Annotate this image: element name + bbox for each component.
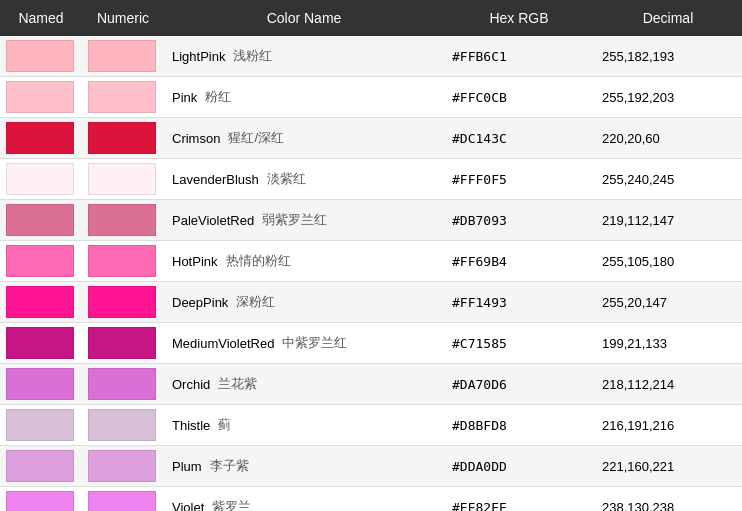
numeric-swatch bbox=[88, 450, 156, 482]
hex-value: #DC143C bbox=[444, 118, 594, 159]
hex-value: #C71585 bbox=[444, 323, 594, 364]
color-name-en: DeepPink bbox=[172, 295, 228, 310]
table-row: Pink粉红#FFC0CB255,192,203 bbox=[0, 77, 742, 118]
table-row: LightPink浅粉红#FFB6C1255,182,193 bbox=[0, 36, 742, 77]
color-name-cell: DeepPink深粉红 bbox=[164, 282, 444, 323]
table-row: Orchid兰花紫#DA70D6218,112,214 bbox=[0, 364, 742, 405]
header-numeric: Numeric bbox=[82, 0, 164, 36]
color-name-zh: 深粉红 bbox=[236, 293, 275, 311]
color-name-cell: Plum李子紫 bbox=[164, 446, 444, 487]
color-name-cell: Pink粉红 bbox=[164, 77, 444, 118]
table-row: HotPink热情的粉红#FF69B4255,105,180 bbox=[0, 241, 742, 282]
numeric-swatch bbox=[88, 286, 156, 318]
color-name-cell: PaleVioletRed弱紫罗兰红 bbox=[164, 200, 444, 241]
table-row: Violet紫罗兰#EE82EE238,130,238 bbox=[0, 487, 742, 512]
named-swatch-cell bbox=[0, 118, 82, 159]
color-name-en: Pink bbox=[172, 90, 197, 105]
numeric-swatch-cell bbox=[82, 487, 164, 512]
color-name-cell: HotPink热情的粉红 bbox=[164, 241, 444, 282]
numeric-swatch bbox=[88, 327, 156, 359]
numeric-swatch-cell bbox=[82, 282, 164, 323]
color-name-zh: 淡紫红 bbox=[267, 170, 306, 188]
named-swatch bbox=[6, 163, 74, 195]
color-name-cell: Thistle蓟 bbox=[164, 405, 444, 446]
hex-value: #D8BFD8 bbox=[444, 405, 594, 446]
table-row: MediumVioletRed中紫罗兰红#C71585199,21,133 bbox=[0, 323, 742, 364]
numeric-swatch bbox=[88, 204, 156, 236]
named-swatch-cell bbox=[0, 405, 82, 446]
named-swatch bbox=[6, 204, 74, 236]
named-swatch bbox=[6, 40, 74, 72]
header-hexrgb: Hex RGB bbox=[444, 0, 594, 36]
numeric-swatch-cell bbox=[82, 200, 164, 241]
color-name-en: PaleVioletRed bbox=[172, 213, 254, 228]
table-row: Plum李子紫#DDA0DD221,160,221 bbox=[0, 446, 742, 487]
color-name-en: Plum bbox=[172, 459, 202, 474]
named-swatch-cell bbox=[0, 159, 82, 200]
named-swatch bbox=[6, 122, 74, 154]
color-table: Named Numeric Color Name Hex RGB Decimal… bbox=[0, 0, 742, 511]
named-swatch-cell bbox=[0, 446, 82, 487]
numeric-swatch-cell bbox=[82, 118, 164, 159]
decimal-value: 255,20,147 bbox=[594, 282, 742, 323]
named-swatch bbox=[6, 450, 74, 482]
color-name-en: Thistle bbox=[172, 418, 210, 433]
color-name-cell: Crimson猩红/深红 bbox=[164, 118, 444, 159]
hex-value: #DA70D6 bbox=[444, 364, 594, 405]
color-name-en: LavenderBlush bbox=[172, 172, 259, 187]
numeric-swatch bbox=[88, 368, 156, 400]
named-swatch-cell bbox=[0, 36, 82, 77]
named-swatch bbox=[6, 491, 74, 511]
color-name-en: Orchid bbox=[172, 377, 210, 392]
decimal-value: 255,182,193 bbox=[594, 36, 742, 77]
numeric-swatch bbox=[88, 40, 156, 72]
color-name-zh: 猩红/深红 bbox=[228, 129, 284, 147]
color-name-zh: 弱紫罗兰红 bbox=[262, 211, 327, 229]
numeric-swatch bbox=[88, 491, 156, 511]
hex-value: #EE82EE bbox=[444, 487, 594, 512]
color-name-zh: 粉红 bbox=[205, 88, 231, 106]
color-name-zh: 李子紫 bbox=[210, 457, 249, 475]
hex-value: #FFB6C1 bbox=[444, 36, 594, 77]
color-name-zh: 蓟 bbox=[218, 416, 231, 434]
hex-value: #DB7093 bbox=[444, 200, 594, 241]
color-name-cell: Orchid兰花紫 bbox=[164, 364, 444, 405]
table-row: Thistle蓟#D8BFD8216,191,216 bbox=[0, 405, 742, 446]
color-name-zh: 紫罗兰 bbox=[212, 498, 251, 511]
decimal-value: 238,130,238 bbox=[594, 487, 742, 512]
color-name-en: Violet bbox=[172, 500, 204, 512]
hex-value: #FF69B4 bbox=[444, 241, 594, 282]
header-decimal: Decimal bbox=[594, 0, 742, 36]
numeric-swatch bbox=[88, 81, 156, 113]
color-name-zh: 浅粉红 bbox=[233, 47, 272, 65]
decimal-value: 199,21,133 bbox=[594, 323, 742, 364]
header-named: Named bbox=[0, 0, 82, 36]
table-row: DeepPink深粉红#FF1493255,20,147 bbox=[0, 282, 742, 323]
color-name-en: HotPink bbox=[172, 254, 218, 269]
table-row: PaleVioletRed弱紫罗兰红#DB7093219,112,147 bbox=[0, 200, 742, 241]
numeric-swatch bbox=[88, 122, 156, 154]
numeric-swatch bbox=[88, 409, 156, 441]
color-name-en: MediumVioletRed bbox=[172, 336, 274, 351]
color-name-cell: MediumVioletRed中紫罗兰红 bbox=[164, 323, 444, 364]
named-swatch-cell bbox=[0, 200, 82, 241]
numeric-swatch bbox=[88, 245, 156, 277]
numeric-swatch-cell bbox=[82, 323, 164, 364]
numeric-swatch-cell bbox=[82, 77, 164, 118]
decimal-value: 216,191,216 bbox=[594, 405, 742, 446]
color-name-zh: 热情的粉红 bbox=[226, 252, 291, 270]
color-name-cell: Violet紫罗兰 bbox=[164, 487, 444, 512]
numeric-swatch-cell bbox=[82, 159, 164, 200]
numeric-swatch-cell bbox=[82, 36, 164, 77]
named-swatch-cell bbox=[0, 77, 82, 118]
decimal-value: 219,112,147 bbox=[594, 200, 742, 241]
decimal-value: 255,192,203 bbox=[594, 77, 742, 118]
numeric-swatch-cell bbox=[82, 364, 164, 405]
hex-value: #FFC0CB bbox=[444, 77, 594, 118]
hex-value: #DDA0DD bbox=[444, 446, 594, 487]
named-swatch bbox=[6, 286, 74, 318]
color-name-zh: 中紫罗兰红 bbox=[282, 334, 347, 352]
decimal-value: 221,160,221 bbox=[594, 446, 742, 487]
numeric-swatch-cell bbox=[82, 446, 164, 487]
numeric-swatch-cell bbox=[82, 241, 164, 282]
